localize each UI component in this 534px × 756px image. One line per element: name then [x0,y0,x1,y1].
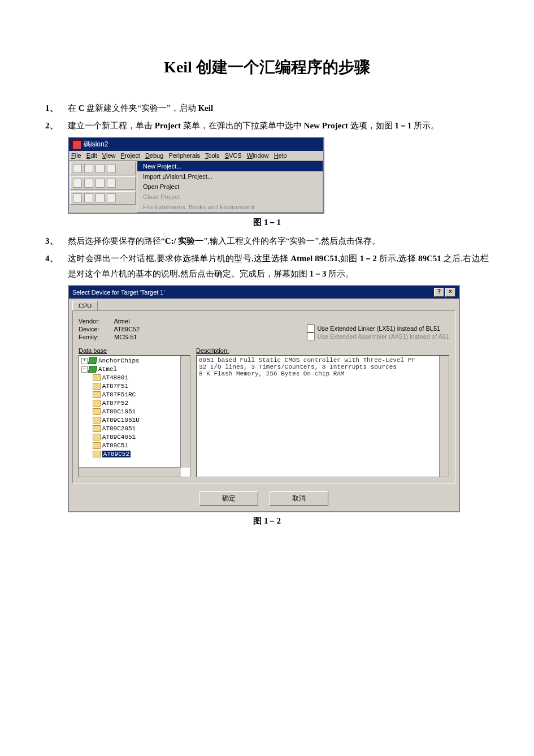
menu-edit[interactable]: Edit [86,152,97,159]
horizontal-scrollbar[interactable] [79,467,181,477]
step-3: 3、 然后选择你要保存的路径“C:/ 实验一”,输入工程文件的名字“实验一”,然… [45,234,489,249]
bold: New Project [304,121,348,130]
uvision-window: 碼ision2 File Edit View Project Debug Per… [68,137,324,214]
menu-item-new-project[interactable]: New Project... [137,161,323,171]
description-line: 8051 based Full Static CMOS controller w… [199,357,446,364]
step-number: 4、 [45,251,68,282]
tree-device-selected[interactable]: AT89C52 [102,451,131,457]
close-button[interactable]: × [445,288,455,297]
dialog-titlebar: Select Device for Target 'Target 1' ? × [69,286,459,299]
text: 建立一个新工程，单击 [68,121,155,130]
vertical-scrollbar[interactable] [180,356,190,468]
save-all-icon[interactable] [107,164,116,173]
menu-svcs[interactable]: SVCS [225,152,242,159]
toolbar-row [70,162,136,175]
select-device-dialog: Select Device for Target 'Target 1' ? × … [68,285,460,512]
bold: 1－2 [360,254,377,263]
step-2: 2、 建立一个新工程，单击 Project 菜单，在弹出的下拉菜单中选中 New… [45,118,489,133]
menu-help[interactable]: Help [274,152,287,159]
tree-device[interactable]: AT87F52 [102,400,128,407]
find-icon[interactable] [95,179,105,188]
rebuild-icon[interactable] [84,193,93,202]
toolbar-row [70,191,136,205]
folder-icon [93,425,101,432]
menu-project[interactable]: Project [121,152,140,159]
menu-item-import-project[interactable]: Import µVision1 Project... [137,171,323,182]
menu-window[interactable]: Window [247,152,269,159]
checkbox-icon[interactable] [307,325,315,332]
toolbar-row [70,176,136,190]
value-device: AT89C52 [114,326,140,332]
text: 这时会弹出一个对话框,要求你选择单片机的型号,这里选择 [68,254,290,263]
menu-item-open-project[interactable]: Open Project [137,182,323,192]
tree-vendor[interactable]: Atmel [98,366,117,373]
menu-file[interactable]: File [71,152,81,159]
folder-icon [93,442,101,449]
print-icon[interactable] [84,179,93,188]
value-family: MCS-51 [114,334,137,340]
tree-device[interactable]: AT89C2051 [102,425,136,432]
label-database: Data base [79,347,190,354]
translate-icon[interactable] [95,193,105,202]
tree-device[interactable]: AT89C4051 [102,434,136,440]
bold: 1－3 [310,269,327,278]
ok-button[interactable]: 确定 [199,491,258,506]
step-number: 1、 [45,101,68,116]
checkbox-extended-linker[interactable]: Use Extended Linker (LX51) instead of BL… [307,325,449,332]
app-icon [72,140,81,149]
collapse-icon[interactable]: − [81,366,88,373]
new-file-icon[interactable] [73,164,82,173]
text: 盘新建文件夹“实验一”，启动 [85,103,198,113]
tree-device[interactable]: AT87F51RC [102,391,136,398]
tree-device[interactable]: AT48801 [102,374,128,381]
stop-icon[interactable] [107,193,116,202]
description-line: 32 I/O lines, 3 Timers/Counters, 8 Inter… [199,364,446,370]
build-icon[interactable] [73,193,82,202]
text: 选项，如图 [348,121,395,130]
copy-icon[interactable] [73,179,82,188]
menu-item-close-project: Close Project [137,192,323,202]
value-vendor: Atmel [114,318,129,325]
page-title: Keil 创建一个汇编程序的步骤 [45,57,489,78]
tree-device[interactable]: AT89C1051U [102,417,140,424]
vertical-scrollbar[interactable] [439,356,449,477]
tab-cpu[interactable]: CPU [72,301,98,310]
folder-icon [93,383,101,390]
text: ,如图 [338,254,360,263]
checkbox-extended-assembler: Use Extended Assembler (AX51) instead of… [307,332,449,340]
menu-debug[interactable]: Debug [145,152,163,159]
menubar[interactable]: File Edit View Project Debug Peripherals… [69,151,323,161]
window-title: 碼ision2 [84,140,108,149]
folder-icon [93,374,101,381]
cancel-button[interactable]: 取消 [270,491,328,506]
text: ”,输入工程文件的名字“实验一”,然后点击保存。 [203,236,380,245]
folder-icon [93,451,101,457]
text: 所示。 [412,121,440,130]
expand-icon[interactable]: + [81,358,88,364]
label-family: Family: [79,334,112,340]
step-number: 2、 [45,118,68,133]
menu-view[interactable]: View [102,152,116,159]
bold: Keil [198,103,213,113]
tree-vendor[interactable]: AnchorChips [98,357,140,364]
tree-device[interactable]: AT89C1051 [102,408,136,415]
tree-device[interactable]: AT87F51 [102,383,128,390]
label-device: Device: [79,326,112,332]
dialog-title: Select Device for Target 'Target 1' [72,289,165,296]
bold: Project [155,121,181,130]
tree-device[interactable]: AT89C51 [102,442,128,449]
menu-tools[interactable]: Tools [205,152,220,159]
checkbox-icon [307,332,315,340]
device-tree[interactable]: +AnchorChips −Atmel AT48801 AT87F51 AT87… [79,355,190,477]
bold: 89C51 [418,254,441,263]
folder-icon [93,434,101,440]
description-box: 8051 based Full Static CMOS controller w… [196,355,449,477]
chip-icon [88,357,97,364]
text: 所示。 [327,269,354,278]
save-icon[interactable] [95,164,105,173]
menu-peripherals[interactable]: Peripherals [168,152,200,159]
options-icon[interactable] [107,179,116,188]
label-vendor: Vendor: [79,318,112,325]
open-icon[interactable] [84,164,93,173]
help-button[interactable]: ? [434,288,444,297]
